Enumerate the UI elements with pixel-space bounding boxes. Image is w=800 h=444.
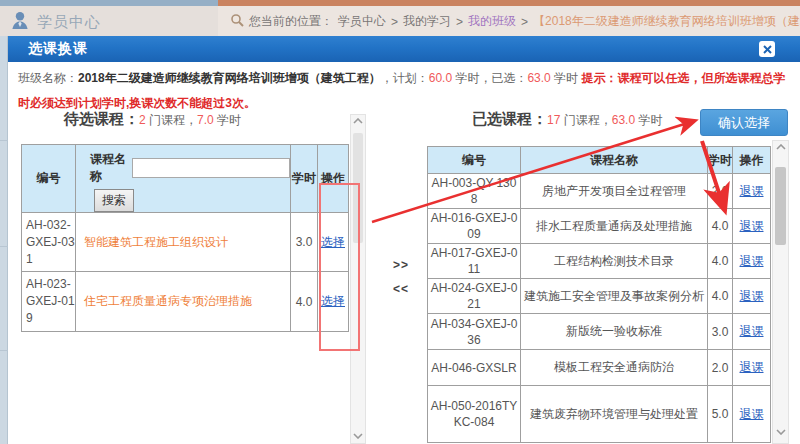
search-label: 课程名称 <box>90 151 127 185</box>
course-name: 新版统一验收标准 <box>521 314 708 350</box>
column-header-hours: 学时 <box>708 147 733 174</box>
select-course-link[interactable]: 选择 <box>321 235 345 249</box>
course-code: AH-023-GXEJ-019 <box>22 272 76 332</box>
course-name: 建筑废弃物环境管理与处理处置 <box>521 386 708 443</box>
selected-courses-table: 编号 课程名称 学时 操作 AH-003-QY-1308 房地产开发项目全过程管… <box>427 146 771 443</box>
breadcrumb-link-student-center[interactable]: 学员中心 <box>338 13 386 30</box>
course-hours: 3.0 <box>291 213 318 272</box>
page-left-sidebar-sliver <box>0 36 8 444</box>
column-header-op: 操作 <box>318 145 349 213</box>
column-header-op: 操作 <box>733 147 771 174</box>
search-icon <box>230 13 244 30</box>
move-right-button[interactable]: >> <box>386 258 416 272</box>
table-row: AH-032-GXEJ-031 智能建筑工程施工组织设计 3.0 选择 <box>22 213 349 272</box>
class-name-label: 班级名称： <box>18 71 78 85</box>
course-code: AH-016-GXEJ-009 <box>428 209 521 244</box>
breadcrumb-link-course[interactable]: 【2018年二级建造师继续教育网络培训班增项（建筑工程）】 <box>533 13 800 30</box>
column-header-code: 编号 <box>428 147 521 174</box>
chevron-down-icon[interactable] <box>773 429 788 435</box>
column-header-name: 课程名称 <box>521 147 708 174</box>
column-header-hours: 学时 <box>291 145 318 213</box>
table-row: AH-003-QY-1308 房地产开发项目全过程管理 2.0 退课 <box>428 174 771 209</box>
breadcrumb-separator: > <box>391 15 398 29</box>
course-hours: 3.0 <box>708 314 733 350</box>
left-panel-scrollbar[interactable] <box>350 114 366 444</box>
close-button[interactable] <box>759 41 775 57</box>
course-code: AH-046-GXSLR <box>428 350 521 386</box>
table-row: AH-016-GXEJ-009 排水工程质量通病及处理措施 4.0 退课 <box>428 209 771 244</box>
selected-courses-title: 已选课程：17 门课程，63.0 学时 <box>472 110 662 129</box>
tab-label: 学员中心 <box>37 13 101 32</box>
course-hours: 2.0 <box>708 174 733 209</box>
course-hours: 4.0 <box>291 272 318 332</box>
move-left-button[interactable]: << <box>386 282 416 296</box>
table-row: AH-024-GXEJ-021 建筑施工安全管理及事故案例分析 4.0 退课 <box>428 279 771 314</box>
confirm-selection-button[interactable]: 确认选择 <box>700 109 788 136</box>
dialog-titlebar: 选课换课 <box>8 36 800 62</box>
breadcrumb-link-my-study[interactable]: 我的学习 <box>403 13 451 30</box>
chevron-up-icon[interactable] <box>773 144 788 150</box>
plan-label: ，计划： <box>381 71 429 85</box>
class-name: 2018年二级建造师继续教育网络培训班增项（建筑工程） <box>78 71 381 85</box>
drop-course-link[interactable]: 退课 <box>740 219 764 233</box>
course-code: AH-032-GXEJ-031 <box>22 213 76 272</box>
plan-hours-unit: 学时， <box>452 71 491 85</box>
course-hours: 4.0 <box>708 244 733 279</box>
available-count: 2 <box>139 113 146 127</box>
table-row: AH-017-GXEJ-011 工程结构检测技术目录 4.0 退课 <box>428 244 771 279</box>
course-name: 工程结构检测技术目录 <box>521 244 708 279</box>
table-row: AH-034-GXEJ-036 新版统一验收标准 3.0 退课 <box>428 314 771 350</box>
course-name: 智能建筑工程施工组织设计 <box>76 213 291 272</box>
course-change-dialog: 选课换课 班级名称：2018年二级建造师继续教育网络培训班增项（建筑工程），计划… <box>8 36 800 444</box>
course-code: AH-034-GXEJ-036 <box>428 314 521 350</box>
course-code: AH-050-2016TYKC-084 <box>428 386 521 443</box>
selected-label: 已选： <box>491 71 527 85</box>
column-header-code: 编号 <box>22 145 76 213</box>
drop-course-link[interactable]: 退课 <box>740 289 764 303</box>
available-courses-table: 编号 课程名称 搜索 学时 操作 AH-032-GXEJ-031 智能建筑工程施… <box>21 144 349 332</box>
drop-course-link[interactable]: 退课 <box>740 360 764 374</box>
course-hours: 2.0 <box>708 350 733 386</box>
course-name: 住宅工程质量通病专项治理措施 <box>76 272 291 332</box>
close-icon <box>763 45 772 54</box>
tab-student-center[interactable]: 学员中心 <box>0 0 218 36</box>
right-panel-scrollbar[interactable] <box>772 140 789 444</box>
search-header-cell: 课程名称 搜索 <box>76 145 291 213</box>
course-name: 排水工程质量通病及处理措施 <box>521 209 708 244</box>
available-hours: 7.0 <box>197 113 214 127</box>
available-courses-title: 待选课程：2 门课程，7.0 学时 <box>64 110 241 129</box>
course-name: 模板工程安全通病防治 <box>521 350 708 386</box>
breadcrumb: 您当前的位置： 学员中心 > 我的学习 > 我的班级 > 【2018年二级建造师… <box>218 6 800 30</box>
breadcrumb-link-my-class[interactable]: 我的班级 <box>468 13 516 30</box>
table-row: AH-023-GXEJ-019 住宅工程质量通病专项治理措施 4.0 选择 <box>22 272 349 332</box>
drop-course-link[interactable]: 退课 <box>740 254 764 268</box>
select-course-link[interactable]: 选择 <box>321 294 345 308</box>
scrollbar-thumb[interactable] <box>775 167 786 245</box>
table-row: AH-046-GXSLR 模板工程安全通病防治 2.0 退课 <box>428 350 771 386</box>
course-code: AH-024-GXEJ-021 <box>428 279 521 314</box>
selected-count: 17 <box>547 113 560 127</box>
chevron-up-icon[interactable] <box>351 118 365 124</box>
chevron-down-icon[interactable] <box>351 433 365 439</box>
transfer-controls: >> << <box>386 258 416 306</box>
drop-course-link[interactable]: 退课 <box>740 184 764 198</box>
course-code: AH-003-QY-1308 <box>428 174 521 209</box>
breadcrumb-bar: 您当前的位置： 学员中心 > 我的学习 > 我的班级 > 【2018年二级建造师… <box>218 0 800 36</box>
plan-hours-value: 60.0 <box>429 71 452 85</box>
course-hours: 4.0 <box>708 279 733 314</box>
scrollbar-thumb[interactable] <box>353 133 363 243</box>
breadcrumb-separator: > <box>521 15 528 29</box>
drop-course-link[interactable]: 退课 <box>740 407 764 421</box>
selected-hours-unit: 学时 <box>551 71 582 85</box>
topbar: 学员中心 您当前的位置： 学员中心 > 我的学习 > 我的班级 > 【2018年… <box>0 0 800 36</box>
course-code: AH-017-GXEJ-011 <box>428 244 521 279</box>
course-name: 房地产开发项目全过程管理 <box>521 174 708 209</box>
drop-course-link[interactable]: 退课 <box>740 324 764 338</box>
course-name: 建筑施工安全管理及事故案例分析 <box>521 279 708 314</box>
table-row: AH-050-2016TYKC-084 建筑废弃物环境管理与处理处置 5.0 退… <box>428 386 771 443</box>
search-button[interactable]: 搜索 <box>94 189 134 212</box>
course-hours: 4.0 <box>708 209 733 244</box>
dialog-title: 选课换课 <box>28 40 88 58</box>
class-info: 班级名称：2018年二级建造师继续教育网络培训班增项（建筑工程），计划：60.0… <box>18 66 794 116</box>
course-name-search-input[interactable] <box>132 158 290 178</box>
